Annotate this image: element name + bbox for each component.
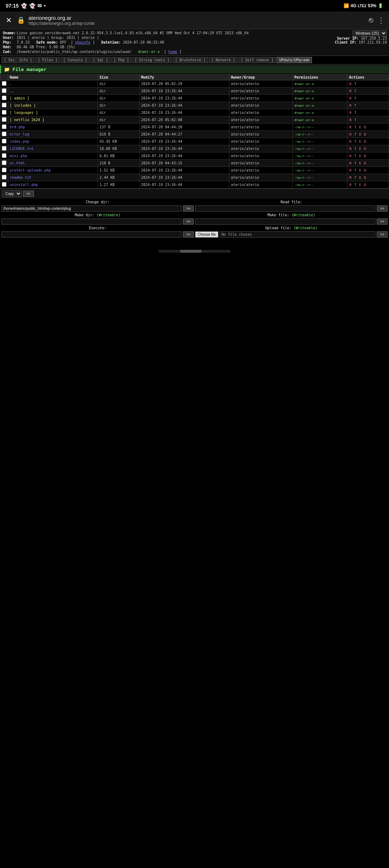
action-d[interactable]: D — [364, 147, 366, 151]
file-checkbox[interactable] — [2, 175, 6, 180]
action-r[interactable]: R — [349, 104, 351, 107]
action-d[interactable]: D — [364, 161, 366, 165]
choose-file-btn[interactable]: Choose file — [195, 231, 218, 238]
nav-network[interactable]: [ Network ] — [209, 57, 238, 63]
copy-btn[interactable]: >> — [23, 191, 34, 197]
file-checkbox[interactable] — [2, 96, 6, 100]
action-e[interactable]: E — [359, 176, 361, 180]
nav-sec-info[interactable]: [ Sec. Info ] — [1, 57, 35, 63]
change-dir-input[interactable] — [1, 205, 182, 212]
read-file-btn[interactable]: >> — [377, 205, 388, 212]
action-r[interactable]: R — [349, 133, 351, 136]
file-link[interactable]: LICENSE.txt — [10, 147, 33, 151]
action-t[interactable]: T — [354, 183, 356, 187]
action-t[interactable]: T — [354, 176, 356, 180]
nav-sql[interactable]: [ Sql ] — [90, 57, 111, 63]
execute-input[interactable] — [1, 231, 182, 238]
nav-bruteforce[interactable]: [ Bruteforce ] — [173, 57, 208, 63]
file-link[interactable]: brd.php — [10, 125, 25, 129]
file-link[interactable]: nc.html — [10, 161, 25, 165]
action-t[interactable]: T — [354, 140, 356, 143]
file-checkbox[interactable] — [2, 110, 6, 115]
menu-icon[interactable]: ⋮ — [377, 16, 385, 25]
action-e[interactable]: E — [359, 133, 361, 136]
file-checkbox[interactable] — [2, 81, 6, 86]
action-t[interactable]: T — [354, 154, 356, 158]
action-r[interactable]: R — [349, 169, 351, 172]
make-dir-input[interactable] — [1, 218, 182, 225]
phpinfo-link[interactable]: phpinfo — [75, 40, 90, 44]
action-r[interactable]: R — [349, 97, 351, 100]
action-t[interactable]: T — [354, 133, 356, 136]
file-checkbox[interactable] — [2, 124, 6, 129]
file-link[interactable]: protect-uploads.php — [10, 168, 51, 172]
action-r[interactable]: R — [349, 154, 351, 158]
file-checkbox[interactable] — [2, 168, 6, 172]
action-e[interactable]: E — [359, 183, 361, 187]
file-checkbox[interactable] — [2, 132, 6, 136]
action-r[interactable]: R — [349, 118, 351, 122]
action-d[interactable]: D — [364, 183, 366, 187]
action-r[interactable]: R — [349, 176, 351, 180]
nav-self-remove[interactable]: [ Self remove ] — [238, 57, 276, 63]
action-e[interactable]: E — [359, 140, 361, 143]
action-e[interactable]: E — [359, 147, 361, 151]
file-checkbox[interactable] — [2, 153, 6, 158]
make-file-input[interactable] — [195, 218, 375, 225]
file-checkbox[interactable] — [2, 182, 6, 187]
action-r[interactable]: R — [349, 147, 351, 151]
nav-console[interactable]: [ Console ] — [61, 57, 89, 63]
scrollbar[interactable] — [158, 250, 231, 253]
nav-update[interactable]: UPdate/UPgrade — [277, 57, 312, 63]
action-r[interactable]: R — [349, 89, 351, 93]
file-checkbox[interactable] — [2, 160, 6, 165]
read-file-input[interactable] — [195, 205, 375, 212]
action-t[interactable]: T — [354, 118, 356, 122]
file-link[interactable]: uninstall.php — [10, 183, 38, 187]
action-t[interactable]: T — [354, 82, 356, 86]
file-checkbox[interactable] — [2, 117, 6, 122]
cwd-home-link[interactable]: home — [169, 50, 177, 54]
file-checkbox[interactable] — [2, 103, 6, 107]
execute-btn[interactable]: >> — [183, 231, 194, 238]
action-r[interactable]: R — [349, 111, 351, 115]
action-t[interactable]: T — [354, 147, 356, 151]
action-d[interactable]: D — [364, 133, 366, 136]
make-file-btn[interactable]: >> — [377, 218, 388, 225]
action-t[interactable]: T — [354, 161, 356, 165]
file-link[interactable]: mini.php — [10, 154, 27, 158]
action-d[interactable]: D — [364, 154, 366, 158]
action-t[interactable]: T — [354, 111, 356, 115]
share-icon[interactable]: ⎋ — [369, 16, 373, 25]
action-e[interactable]: E — [359, 169, 361, 172]
browser-close-button[interactable]: ✕ — [4, 14, 13, 26]
action-t[interactable]: T — [354, 169, 356, 172]
action-d[interactable]: D — [364, 125, 366, 129]
action-t[interactable]: T — [354, 125, 356, 129]
action-e[interactable]: E — [359, 161, 361, 165]
file-link[interactable]: index.php — [10, 140, 29, 143]
action-t[interactable]: T — [354, 104, 356, 107]
action-r[interactable]: R — [349, 161, 351, 165]
file-link[interactable]: readme.txt — [10, 176, 31, 180]
nav-php[interactable]: [ Php ] — [111, 57, 131, 63]
action-d[interactable]: D — [364, 176, 366, 180]
encoding-select[interactable]: Windows-1251 — [353, 30, 387, 36]
nav-string-tools[interactable]: [ String tools ] — [132, 57, 172, 63]
action-d[interactable]: D — [364, 140, 366, 143]
action-r[interactable]: R — [349, 125, 351, 129]
action-t[interactable]: T — [354, 89, 356, 93]
action-r[interactable]: R — [349, 82, 351, 86]
action-e[interactable]: E — [359, 125, 361, 129]
upload-file-btn[interactable]: >> — [377, 231, 388, 238]
action-r[interactable]: R — [349, 140, 351, 143]
action-e[interactable]: E — [359, 154, 361, 158]
change-dir-btn[interactable]: >> — [183, 205, 194, 212]
file-checkbox[interactable] — [2, 88, 6, 93]
file-checkbox[interactable] — [2, 139, 6, 143]
file-checkbox[interactable] — [2, 146, 6, 151]
copy-select[interactable]: Copy — [2, 190, 22, 197]
action-t[interactable]: T — [354, 97, 356, 100]
action-d[interactable]: D — [364, 169, 366, 172]
nav-files[interactable]: [ Files ] — [35, 57, 60, 63]
